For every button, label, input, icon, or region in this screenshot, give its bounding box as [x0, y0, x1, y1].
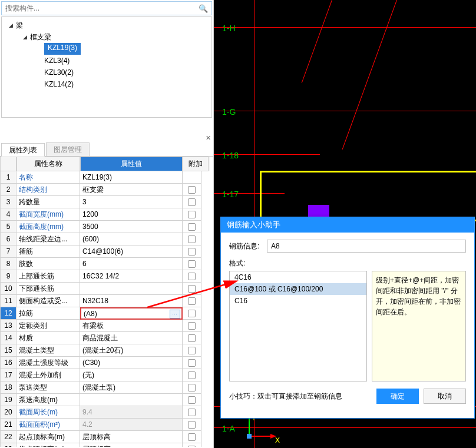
rebar-info-input[interactable] [267, 240, 466, 253]
checkbox[interactable] [188, 446, 196, 447]
property-row[interactable]: 23终点顶标高(m)层顶标高 [0, 443, 210, 447]
checkbox[interactable] [188, 285, 196, 293]
format-option[interactable]: C16 [230, 295, 366, 307]
property-row[interactable]: 17混凝土外加剂(无) [0, 369, 210, 381]
extra-cell[interactable] [183, 221, 201, 233]
cancel-button[interactable]: 取消 [424, 389, 466, 404]
checkbox[interactable] [188, 198, 196, 206]
property-row[interactable]: 22起点顶标高(m)层顶标高 [0, 431, 210, 443]
extra-cell[interactable] [183, 233, 201, 245]
extra-cell[interactable] [183, 208, 201, 221]
property-row[interactable]: 18泵送类型(混凝土泵) [0, 381, 210, 394]
more-button[interactable]: ⋯ [170, 310, 180, 318]
format-options-list[interactable]: 4C16C16@100 或 C16@100/200C16 [229, 271, 367, 381]
extra-cell[interactable] [183, 344, 201, 357]
tree-group[interactable]: ◢ 框支梁 [23, 31, 211, 43]
property-value[interactable]: (A8)⋯ [80, 307, 183, 320]
component-tree[interactable]: ◢ 梁 ◢ 框支梁 KZL19(3)KZL3(4)KZL30(2)KZL14(2… [1, 16, 212, 118]
checkbox[interactable] [188, 334, 196, 342]
property-value[interactable] [80, 394, 183, 406]
property-row[interactable]: 15混凝土类型(混凝土20石) [0, 344, 210, 357]
checkbox[interactable] [188, 371, 196, 379]
property-row[interactable]: 14材质商品混凝土 [0, 332, 210, 344]
property-value[interactable]: 层顶标高 [80, 431, 183, 443]
property-value[interactable]: 16C32 14/2 [80, 270, 183, 283]
extra-cell[interactable] [183, 196, 201, 208]
property-row[interactable]: 8肢数6 [0, 258, 210, 270]
checkbox[interactable] [188, 211, 196, 218]
extra-cell[interactable] [183, 184, 201, 196]
extra-cell[interactable] [183, 332, 201, 344]
ok-button[interactable]: 确定 [376, 389, 419, 404]
format-option[interactable]: C16@100 或 C16@100/200 [230, 283, 366, 295]
checkbox[interactable] [188, 223, 196, 231]
tree-item-selected[interactable]: KZL19(3) [44, 43, 81, 55]
property-row[interactable]: 7箍筋C14@100(6) [0, 245, 210, 258]
property-row[interactable]: 4截面宽度(mm)1200 [0, 208, 210, 221]
extra-cell[interactable] [183, 381, 201, 394]
property-value[interactable]: 6 [80, 258, 183, 270]
extra-cell[interactable] [183, 320, 201, 332]
property-value[interactable]: 3 [80, 196, 183, 208]
search-input[interactable] [5, 4, 199, 12]
property-value[interactable]: 1200 [80, 208, 183, 221]
property-row[interactable]: 1名称KZL19(3) [0, 171, 210, 184]
checkbox[interactable] [188, 384, 196, 391]
property-value[interactable]: 9.4 [80, 406, 183, 419]
extra-cell[interactable] [183, 258, 201, 270]
property-row[interactable]: 12拉筋(A8)⋯ [0, 307, 210, 320]
extra-cell[interactable] [183, 406, 201, 419]
property-row[interactable]: 10下部通长筋 [0, 283, 210, 295]
checkbox[interactable] [188, 433, 196, 441]
dialog-title[interactable]: 钢筋输入小助手 [221, 217, 474, 233]
checkbox[interactable] [188, 359, 196, 367]
property-row[interactable]: 16混凝土强度等级(C30) [0, 357, 210, 369]
extra-cell[interactable] [183, 295, 201, 307]
format-option[interactable]: 4C16 [230, 271, 366, 283]
tree-root[interactable]: ◢ 梁 [9, 19, 211, 31]
property-value[interactable]: N32C18 [80, 295, 183, 307]
property-value[interactable]: 有梁板 [80, 320, 183, 332]
property-row[interactable]: 13定额类别有梁板 [0, 320, 210, 332]
checkbox[interactable] [188, 248, 196, 255]
property-row[interactable]: 2结构类别框支梁 [0, 184, 210, 196]
property-row[interactable]: 11侧面构造或受...N32C18 [0, 295, 210, 307]
property-value[interactable]: 框支梁 [80, 184, 183, 196]
property-row[interactable]: 21截面面积(m²)4.2 [0, 419, 210, 431]
checkbox[interactable] [188, 260, 196, 268]
col-val-header[interactable]: 属性值 [80, 157, 183, 171]
tree-item[interactable]: KZL30(2) [37, 67, 211, 78]
tab-attributes[interactable]: 属性列表 [1, 143, 45, 157]
extra-cell[interactable] [183, 369, 201, 381]
property-row[interactable]: 3跨数量3 [0, 196, 210, 208]
extra-cell[interactable] [183, 357, 201, 369]
property-value[interactable]: (混凝土20石) [80, 344, 183, 357]
property-value[interactable]: (无) [80, 369, 183, 381]
collapse-icon[interactable]: ◢ [9, 22, 16, 28]
property-value[interactable]: (C30) [80, 357, 183, 369]
checkbox[interactable] [188, 297, 196, 305]
extra-cell[interactable] [183, 245, 201, 258]
property-row[interactable]: 19泵送高度(m) [0, 394, 210, 406]
properties-body[interactable]: 1名称KZL19(3)2结构类别框支梁3跨数量34截面宽度(mm)12005截面… [0, 171, 210, 447]
property-value[interactable]: KZL19(3) [80, 171, 183, 184]
extra-cell[interactable] [183, 270, 201, 283]
property-value[interactable]: (混凝土泵) [80, 381, 183, 394]
checkbox[interactable] [188, 347, 196, 354]
property-value[interactable]: 4.2 [80, 419, 183, 431]
extra-cell[interactable] [183, 283, 201, 295]
checkbox[interactable] [188, 421, 196, 429]
checkbox[interactable] [188, 409, 196, 416]
extra-cell[interactable] [183, 419, 201, 431]
search-icon[interactable]: 🔍 [199, 4, 208, 13]
extra-cell[interactable] [183, 431, 201, 443]
property-value[interactable]: 层顶标高 [80, 443, 183, 447]
tab-layers[interactable]: 图层管理 [46, 142, 90, 156]
checkbox[interactable] [188, 396, 196, 404]
extra-cell[interactable] [183, 443, 201, 447]
collapse-icon[interactable]: ◢ [23, 34, 30, 40]
property-row[interactable]: 6轴线距梁左边...(600) [0, 233, 210, 245]
checkbox[interactable] [188, 310, 196, 317]
search-box[interactable]: 🔍 [1, 1, 212, 15]
property-row[interactable]: 20截面周长(m)9.4 [0, 406, 210, 419]
